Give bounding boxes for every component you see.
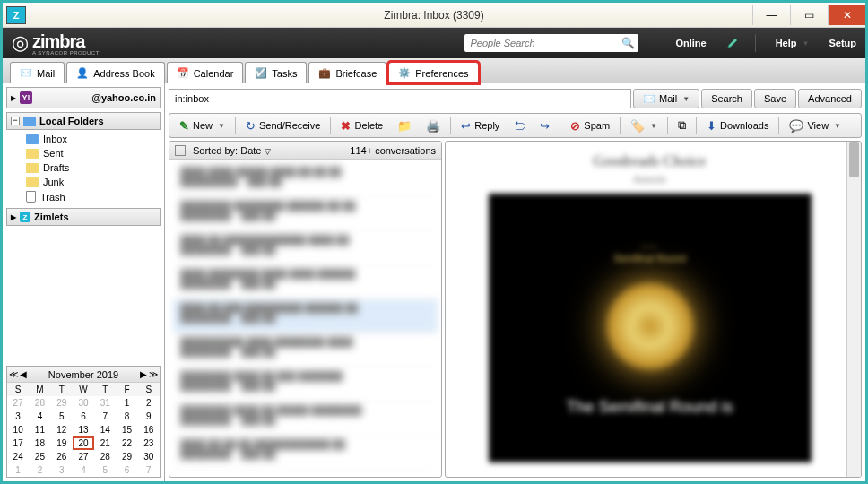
cal-next-year[interactable]: ≫: [149, 369, 158, 379]
cal-day[interactable]: 28: [94, 450, 116, 463]
advanced-search-button[interactable]: Advanced: [798, 89, 862, 108]
cal-day[interactable]: 20: [73, 436, 94, 450]
tab-calendar[interactable]: 📅Calendar: [167, 62, 244, 83]
cal-day[interactable]: 12: [51, 423, 73, 436]
spam-button[interactable]: ⊘Spam: [564, 117, 616, 134]
tab-briefcase[interactable]: 💼Briefcase: [308, 62, 386, 83]
new-icon: ✎: [179, 119, 189, 133]
folder-sent[interactable]: Sent: [6, 146, 161, 160]
select-all-checkbox[interactable]: [175, 145, 186, 156]
close-button[interactable]: ✕: [828, 5, 865, 25]
cal-day[interactable]: 13: [73, 423, 94, 436]
cal-next-month[interactable]: ▶: [140, 369, 147, 379]
cal-day[interactable]: 4: [73, 463, 94, 477]
people-search-input[interactable]: [468, 37, 612, 49]
save-search-button[interactable]: Save: [754, 89, 796, 108]
maximize-button[interactable]: ▭: [790, 5, 828, 25]
cal-day[interactable]: 26: [51, 450, 73, 463]
cal-day[interactable]: 2: [29, 463, 50, 477]
downloads-button[interactable]: ⬇Downloads: [700, 117, 775, 134]
help-link[interactable]: Help▼: [776, 38, 810, 48]
conversation-count: 114+ conversations: [350, 145, 436, 156]
reply-all-button[interactable]: ⮌: [508, 117, 532, 134]
cal-day[interactable]: 2: [138, 396, 160, 410]
cal-day[interactable]: 5: [51, 410, 73, 423]
cal-day[interactable]: 29: [116, 450, 137, 463]
cal-day[interactable]: 4: [29, 410, 50, 423]
cal-day[interactable]: 25: [29, 450, 50, 463]
reply-button[interactable]: ↩Reply: [455, 117, 506, 134]
cal-day[interactable]: 10: [7, 423, 29, 436]
setup-link[interactable]: Setup: [829, 38, 856, 48]
cal-day[interactable]: 7: [94, 410, 116, 423]
folder-inbox[interactable]: Inbox: [6, 132, 161, 146]
cal-day[interactable]: 18: [29, 436, 50, 450]
tab-preferences[interactable]: ⚙️Preferences: [388, 62, 478, 83]
search-button[interactable]: Search: [701, 89, 752, 108]
folder-junk[interactable]: Junk: [6, 175, 161, 189]
cal-day[interactable]: 1: [7, 463, 29, 477]
print-button[interactable]: 🖨️: [420, 117, 447, 134]
forward-button[interactable]: ↪: [534, 117, 556, 134]
cal-day[interactable]: 6: [73, 410, 94, 423]
cal-day[interactable]: 11: [29, 423, 50, 436]
cal-day[interactable]: 5: [94, 463, 116, 477]
main-tabs: ✉️Mail 👤Address Book 📅Calendar ☑️Tasks 💼…: [3, 58, 865, 83]
compose-icon[interactable]: [726, 37, 739, 49]
cal-day[interactable]: 27: [7, 396, 29, 410]
cal-day[interactable]: 14: [94, 423, 116, 436]
new-button[interactable]: ✎New▼: [173, 117, 231, 134]
message-rows[interactable]: ████ ████ █████ ████ ██ ██ ███████████ █…: [169, 160, 441, 477]
cal-day[interactable]: 30: [73, 396, 94, 410]
search-query-input[interactable]: [169, 89, 631, 108]
online-status[interactable]: Online: [675, 38, 706, 48]
cal-day[interactable]: 16: [138, 423, 160, 436]
delete-button[interactable]: ✖Delete: [334, 117, 389, 134]
preview-heading: Goodreads Choice: [460, 152, 839, 170]
cal-day[interactable]: 9: [138, 410, 160, 423]
zimlets-header[interactable]: ▶ Z Zimlets: [6, 208, 161, 226]
cal-prev-year[interactable]: ≪: [9, 369, 18, 379]
cal-day[interactable]: 6: [116, 463, 137, 477]
cal-day[interactable]: 3: [51, 463, 73, 477]
account-row[interactable]: ▶ Y! @yahoo.co.in: [6, 87, 161, 108]
cal-day[interactable]: 15: [116, 423, 137, 436]
sort-label[interactable]: Sorted by: Date ▽: [193, 145, 271, 156]
cal-day[interactable]: 1: [116, 396, 137, 410]
cal-day[interactable]: 22: [116, 436, 137, 450]
tag-button[interactable]: 🏷️▼: [624, 117, 664, 134]
cal-day[interactable]: 8: [116, 410, 137, 423]
cal-day[interactable]: 7: [138, 463, 160, 477]
tag-icon: 🏷️: [630, 119, 645, 133]
view-button[interactable]: 💬View▼: [783, 117, 847, 134]
search-icon[interactable]: 🔍: [621, 37, 635, 49]
cal-day[interactable]: 27: [73, 450, 94, 463]
cal-day[interactable]: 21: [94, 436, 116, 450]
tab-mail[interactable]: ✉️Mail: [10, 62, 65, 83]
detach-button[interactable]: ⧉: [672, 117, 692, 134]
cal-day[interactable]: 30: [138, 450, 160, 463]
cal-day[interactable]: 29: [51, 396, 73, 410]
account-email: @yahoo.co.in: [91, 92, 156, 103]
tab-tasks[interactable]: ☑️Tasks: [245, 62, 307, 83]
tab-address-book[interactable]: 👤Address Book: [66, 62, 164, 83]
cal-day[interactable]: 19: [51, 436, 73, 450]
move-button[interactable]: 📁: [391, 117, 418, 134]
cal-prev-month[interactable]: ◀: [20, 369, 27, 379]
preview-scrollbar[interactable]: [846, 142, 861, 477]
minimize-button[interactable]: —: [752, 5, 790, 25]
people-search[interactable]: 🔍: [464, 34, 638, 52]
cal-day[interactable]: 23: [138, 436, 160, 450]
trash-icon: [26, 191, 36, 203]
cal-day[interactable]: 17: [7, 436, 29, 450]
cal-day[interactable]: 3: [7, 410, 29, 423]
send-receive-button[interactable]: ↻Send/Receive: [239, 117, 327, 134]
folder-trash[interactable]: Trash: [6, 189, 161, 204]
cal-day[interactable]: 31: [94, 396, 116, 410]
local-folders-header[interactable]: − Local Folders: [6, 112, 161, 130]
search-scope-mail[interactable]: ✉️Mail▼: [633, 89, 699, 108]
cal-day[interactable]: 28: [29, 396, 50, 410]
content-area: ✉️Mail▼ Search Save Advanced ✎New▼ ↻Send…: [165, 83, 865, 481]
folder-drafts[interactable]: Drafts: [6, 160, 161, 175]
cal-day[interactable]: 24: [7, 450, 29, 463]
